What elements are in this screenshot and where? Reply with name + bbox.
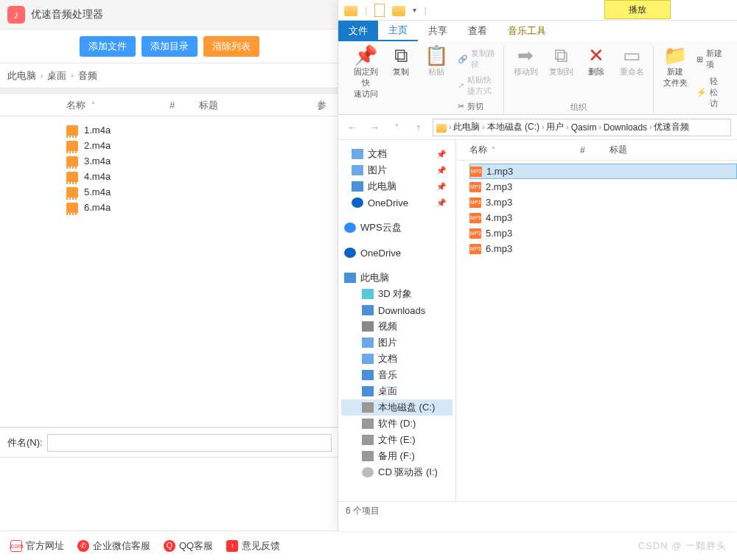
list-item[interactable]: MP32.mp3 [469, 179, 737, 195]
addr-seg[interactable]: 此电脑 [453, 121, 480, 133]
crumb-desktop[interactable]: 桌面 [47, 69, 66, 83]
mp3-file-icon: MP3 [469, 244, 481, 254]
pc-icon [344, 273, 356, 283]
col-name[interactable]: 名称 [66, 99, 85, 112]
addr-seg[interactable]: Qasim [571, 122, 597, 133]
drive-icon [362, 419, 374, 429]
addr-seg[interactable]: 优速音频 [654, 121, 689, 133]
list-item[interactable]: 5.m4a [66, 184, 339, 200]
col-title[interactable]: 标题 [199, 99, 317, 112]
rename-button[interactable]: ▭重命名 [618, 46, 646, 77]
tree-wps-cloud[interactable]: WPS云盘 [341, 220, 453, 236]
paste-button[interactable]: 📋粘贴 [422, 46, 450, 114]
list-item[interactable]: MP36.mp3 [469, 241, 737, 256]
list-item[interactable]: 3.m4a [66, 153, 339, 169]
tree-3d-objects[interactable]: 3D 对象 [341, 286, 453, 302]
easy-access-button[interactable]: ⚡轻松访 [696, 76, 724, 109]
official-site-link[interactable]: .com官方网址 [10, 539, 64, 553]
document-icon[interactable] [374, 4, 385, 17]
add-dir-button[interactable]: 添加目录 [142, 36, 198, 57]
tree-music[interactable]: 音乐 [341, 367, 453, 383]
col-title[interactable]: 标题 [609, 144, 627, 156]
copy-path-button[interactable]: 🔗复制路径 [458, 48, 496, 70]
wechat-support-link[interactable]: ✆企业微信客服 [77, 539, 150, 553]
group-label-organize: 组织 [570, 100, 587, 114]
tree-documents[interactable]: 文档📌 [341, 146, 453, 162]
col-name[interactable]: 名称 [469, 144, 487, 156]
tree-onedrive-root[interactable]: OneDrive [341, 245, 453, 261]
qat-overflow-icon[interactable]: ▾ [413, 6, 416, 14]
qat-divider: | [365, 4, 367, 15]
qq-support-link[interactable]: QQQ客服 [164, 539, 213, 553]
pin-icon: 📌 [354, 46, 377, 65]
app-column-headers: 名称˄ # 标题 参 [0, 94, 339, 116]
list-item[interactable]: 2.m4a [66, 138, 339, 153]
list-item[interactable]: MP31.mp3 [469, 164, 737, 179]
tree-cd-drive[interactable]: CD 驱动器 (I:) [341, 464, 453, 480]
list-item[interactable]: 1.m4a [66, 122, 339, 138]
tree-documents-sub[interactable]: 文档 [341, 351, 453, 367]
tree-drive-f[interactable]: 备用 (F:) [341, 448, 453, 464]
folder-icon[interactable] [344, 6, 357, 16]
addr-seg[interactable]: 用户 [546, 121, 564, 133]
tree-videos[interactable]: 视频 [341, 318, 453, 335]
list-item[interactable]: 6.m4a [66, 200, 339, 215]
tree-drive-c[interactable]: 本地磁盘 (C:) [341, 399, 453, 416]
feedback-link[interactable]: !意见反馈 [226, 539, 280, 553]
move-to-button[interactable]: ➡移动到 [511, 46, 539, 77]
tab-view[interactable]: 查看 [458, 21, 497, 41]
tree-this-pc[interactable]: 此电脑📌 [341, 178, 453, 195]
list-item[interactable]: MP35.mp3 [469, 225, 737, 241]
col-num[interactable]: # [170, 99, 199, 111]
tree-this-pc-root[interactable]: 此电脑 [341, 270, 453, 286]
sort-caret-icon[interactable]: ˄ [91, 101, 95, 109]
file-list-pane: 名称˄ # 标题 MP31.mp3 MP32.mp3 MP33.mp3 MP34… [456, 140, 737, 501]
nav-back-button[interactable]: ← [344, 119, 360, 136]
clear-list-button[interactable]: 清除列表 [203, 36, 259, 57]
play-context-tab[interactable]: 播放 [604, 0, 671, 19]
pin-to-quick-access-button[interactable]: 📌固定到快 速访问 [352, 46, 380, 114]
pin-icon: 📌 [436, 166, 447, 175]
col-extra[interactable]: 参 [317, 99, 326, 112]
list-item[interactable]: MP34.mp3 [469, 210, 737, 225]
crumb-audio[interactable]: 音频 [78, 69, 97, 83]
addr-seg[interactable]: Downloads [604, 122, 647, 133]
tree-drive-e[interactable]: 文件 (E:) [341, 432, 453, 448]
tree-pictures-sub[interactable]: 图片 [341, 335, 453, 351]
list-item[interactable]: MP33.mp3 [469, 195, 737, 210]
sort-caret-icon[interactable]: ˄ [492, 146, 495, 154]
app-logo-icon: ♪ [7, 6, 25, 24]
list-item[interactable]: 4.m4a [66, 169, 339, 184]
paste-shortcut-button[interactable]: ↗粘贴快捷方式 [458, 74, 496, 97]
crumb-this-pc[interactable]: 此电脑 [7, 69, 36, 83]
tab-share[interactable]: 共享 [418, 21, 458, 41]
tab-home[interactable]: 主页 [378, 21, 418, 41]
tab-music-tools[interactable]: 音乐工具 [497, 21, 556, 41]
picture-icon [362, 337, 374, 348]
filename-input[interactable] [47, 434, 332, 452]
copy-to-button[interactable]: ⧉复制到 [547, 46, 575, 77]
nav-up-button[interactable]: ↑ [411, 119, 427, 136]
tree-pictures[interactable]: 图片📌 [341, 162, 453, 178]
col-num[interactable]: # [580, 145, 609, 155]
tree-downloads[interactable]: Downloads [341, 302, 453, 318]
tree-onedrive[interactable]: OneDrive📌 [341, 195, 453, 211]
add-file-button[interactable]: 添加文件 [80, 36, 136, 57]
ribbon-group-clipboard: 📌固定到快 速访问 ⧉复制 📋粘贴 🔗复制路径 ↗粘贴快捷方式 ✂剪切 剪贴板 [344, 46, 504, 114]
new-folder-button[interactable]: 📁新建 文件夹 [661, 46, 689, 111]
copy-button[interactable]: ⧉复制 [387, 46, 415, 114]
nav-history-button[interactable]: ˅ [388, 119, 405, 136]
tree-drive-d[interactable]: 软件 (D:) [341, 416, 453, 432]
audio-file-icon [66, 156, 78, 167]
addr-seg[interactable]: 本地磁盘 (C:) [487, 121, 539, 133]
nav-forward-button[interactable]: → [366, 119, 383, 136]
address-bar[interactable]: › 此电脑› 本地磁盘 (C:)› 用户› Qasim› Downloads› … [433, 119, 731, 136]
tab-file[interactable]: 文件 [338, 21, 378, 41]
audio-file-icon [66, 203, 78, 213]
cut-button[interactable]: ✂剪切 [458, 101, 496, 112]
folder-icon[interactable] [392, 6, 405, 16]
new-item-button[interactable]: ⊞新建项 [696, 48, 724, 70]
tree-desktop[interactable]: 桌面 [341, 383, 453, 399]
delete-button[interactable]: ✕删除 [582, 46, 610, 77]
explorer-window: | ▾ | 播放 优速音频处理器 文件 主页 共享 查看 音乐工具 📌固定到快 … [338, 0, 737, 531]
